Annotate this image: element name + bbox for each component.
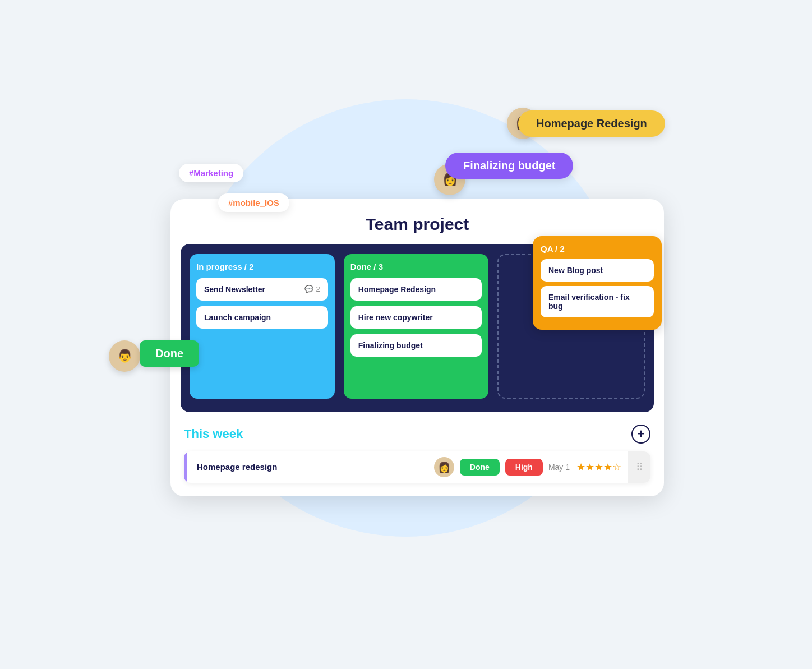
this-week-header: This week + — [184, 425, 650, 444]
task-email-verification[interactable]: Email verification - fix bug — [541, 286, 654, 317]
week-row-homepage-redesign: Homepage redesign 👩 Done High May 1 ★★★★… — [184, 451, 650, 483]
task-homepage-redesign-label: Homepage Redesign — [358, 285, 436, 294]
task-hire-copywriter[interactable]: Hire new copywriter — [350, 306, 482, 329]
tag-mobile-label: #mobile_IOS — [228, 198, 279, 207]
done-badge: Done — [140, 340, 199, 367]
tag-mobile[interactable]: #mobile_IOS — [218, 193, 289, 212]
add-task-button[interactable]: + — [631, 425, 650, 444]
this-week-section: This week + Homepage redesign 👩 Done Hig… — [170, 412, 664, 496]
kanban-board: In progress / 2 Send Newsletter 💬 2 Laun… — [181, 244, 654, 412]
week-row-date: May 1 — [548, 463, 570, 472]
scene: #Marketing #mobile_IOS 👩 👩 👨 Homepage Re… — [98, 54, 714, 615]
drag-handle[interactable]: ⠿ — [628, 451, 650, 483]
kanban-col-in-progress: In progress / 2 Send Newsletter 💬 2 Laun… — [190, 254, 335, 399]
task-email-verification-label: Email verification - fix bug — [548, 293, 630, 311]
done-header: Done / 3 — [350, 262, 482, 271]
main-card: Team project In progress / 2 Send Newsle… — [170, 199, 664, 496]
avatar-bottom-left: 👨 — [109, 340, 140, 372]
task-new-blog-post[interactable]: New Blog post — [541, 259, 654, 282]
kanban-col-done: Done / 3 Homepage Redesign Hire new copy… — [344, 254, 489, 399]
qa-card-header: QA / 2 — [541, 244, 654, 253]
add-icon: + — [638, 427, 645, 441]
week-row-avatar: 👩 — [434, 457, 454, 477]
in-progress-header: In progress / 2 — [196, 262, 328, 271]
week-row-stars: ★★★★☆ — [576, 461, 621, 473]
task-finalizing-budget-label: Finalizing budget — [358, 341, 423, 350]
task-send-newsletter-label: Send Newsletter — [204, 285, 265, 294]
status-badge-done: Done — [460, 459, 500, 476]
tag-marketing-label: #Marketing — [189, 168, 233, 178]
comment-count-value: 2 — [316, 285, 320, 293]
week-row-name: Homepage redesign — [187, 462, 434, 472]
task-hire-copywriter-label: Hire new copywriter — [358, 313, 433, 322]
task-finalizing-budget[interactable]: Finalizing budget — [350, 334, 482, 357]
task-new-blog-post-label: New Blog post — [548, 266, 603, 275]
pill-finalizing-budget-label: Finalizing budget — [463, 159, 555, 172]
done-badge-label: Done — [155, 347, 183, 359]
this-week-title: This week — [184, 427, 243, 441]
task-launch-campaign-label: Launch campaign — [204, 313, 271, 322]
qa-card: QA / 2 New Blog post Email verification … — [533, 236, 662, 330]
pill-finalizing-budget: Finalizing budget — [445, 153, 573, 179]
comment-icon: 💬 — [304, 285, 313, 293]
task-homepage-redesign[interactable]: Homepage Redesign — [350, 278, 482, 301]
task-send-newsletter[interactable]: Send Newsletter 💬 2 — [196, 278, 328, 301]
task-launch-campaign[interactable]: Launch campaign — [196, 306, 328, 329]
pill-homepage-redesign: Homepage Redesign — [518, 110, 665, 137]
pill-homepage-redesign-label: Homepage Redesign — [536, 117, 647, 130]
task-comment-count: 💬 2 — [304, 285, 320, 293]
tag-marketing[interactable]: #Marketing — [179, 164, 243, 182]
priority-badge-high: High — [505, 459, 543, 476]
